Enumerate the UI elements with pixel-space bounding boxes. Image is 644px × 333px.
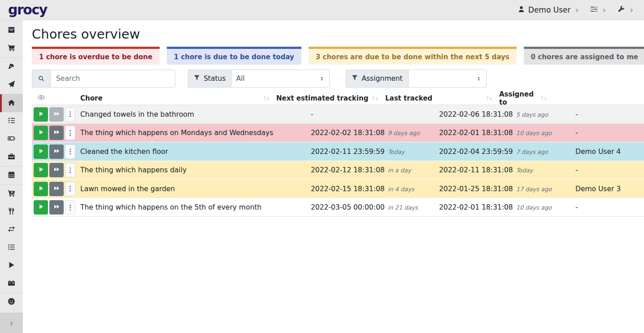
column-header-label: Next estimated tracking	[276, 94, 368, 102]
row-actions	[32, 163, 80, 177]
assigned-to-cell: -	[575, 166, 644, 174]
track-execution-button[interactable]	[34, 145, 48, 159]
fast-forward-icon	[53, 129, 60, 137]
sidebar-item-transfer[interactable]	[0, 221, 23, 239]
shopping-list-icon	[8, 44, 15, 53]
consume-icon	[8, 207, 15, 217]
track-execution-button[interactable]	[34, 182, 48, 196]
sidebar-item-chore-tracking[interactable]	[0, 257, 23, 275]
sort-icon: ↑↓	[263, 96, 269, 101]
search-icon	[32, 70, 50, 88]
column-header-label: Last tracked	[385, 94, 432, 102]
row-menu-button[interactable]	[65, 163, 75, 177]
row-actions	[32, 145, 80, 159]
sidebar-item-equipment[interactable]	[0, 148, 23, 166]
next-estimated-tracking-cell: 2022-02-15 18:31:08in 4 days	[311, 185, 439, 193]
summary-chip-overdue[interactable]: 1 chore is overdue to be done	[32, 47, 160, 65]
fast-forward-icon	[53, 203, 60, 211]
skip-execution-button[interactable]	[49, 200, 64, 215]
sidebar-item-consume[interactable]	[0, 203, 23, 221]
status-select[interactable]: All	[231, 70, 330, 88]
column-header-last-tracked[interactable]: Last tracked↑↓	[385, 90, 499, 106]
chores-table-head: Chore↑↓Next estimated tracking↑↓Last tra…	[32, 90, 644, 105]
track-execution-button[interactable]	[34, 200, 48, 215]
column-header-next-estimated-tracking[interactable]: Next estimated tracking↑↓	[276, 90, 385, 106]
search-input[interactable]	[50, 70, 175, 88]
fast-forward-icon	[53, 148, 60, 156]
skip-execution-button[interactable]	[49, 107, 64, 122]
sidebar-expand-button[interactable]: ›	[0, 313, 23, 333]
row-menu-button[interactable]	[65, 182, 75, 196]
skip-execution-button[interactable]	[49, 126, 64, 140]
row-menu-button[interactable]	[65, 126, 75, 140]
sliders-icon	[590, 5, 598, 15]
skip-execution-button[interactable]	[49, 145, 64, 159]
meal-plan-icon	[8, 80, 15, 90]
row-actions	[32, 200, 80, 215]
status-select-value: All	[236, 74, 244, 83]
sidebar-item-stock-overview[interactable]	[0, 22, 23, 39]
chore-name[interactable]: The thing which happens on Mondays and W…	[80, 129, 311, 137]
settings-menu-toggle[interactable]: ›	[590, 5, 606, 15]
sidebar-item-shopping-list[interactable]	[0, 39, 23, 57]
transfer-icon	[8, 225, 15, 235]
user-name-label: Demo User	[528, 5, 571, 14]
summary-chip-assigned-me[interactable]: 0 chores are assigned to me	[524, 47, 644, 65]
summary-chip-due-soon[interactable]: 3 chores are due to be done within the n…	[309, 47, 517, 65]
sidebar-item-battery-tracking[interactable]	[0, 275, 23, 293]
recipes-icon	[8, 62, 15, 72]
calendar-icon	[8, 171, 15, 180]
assigned-to-cell: -	[575, 129, 644, 137]
admin-menu-toggle[interactable]: ›	[618, 5, 633, 15]
sidebar-item-calendar[interactable]	[0, 166, 23, 184]
relative-time: Today	[516, 167, 533, 174]
row-menu-button[interactable]	[65, 107, 75, 122]
assigned-to-cell: -	[575, 110, 644, 118]
wrench-icon	[618, 5, 625, 15]
column-header-assigned-to[interactable]: Assigned to↑↓	[499, 90, 554, 106]
chore-tracking-icon	[8, 261, 15, 271]
sidebar-item-chores-overview[interactable]	[0, 94, 23, 112]
relative-time: 10 days ago	[516, 130, 552, 136]
column-header-label: Chore	[80, 94, 103, 102]
sidebar-item-batteries-overview[interactable]	[0, 130, 23, 148]
track-execution-button[interactable]	[34, 107, 48, 122]
track-execution-button[interactable]	[34, 126, 48, 140]
sidebar-item-recipes[interactable]	[0, 58, 23, 76]
chore-name[interactable]: Lawn mowed in the garden	[80, 185, 311, 193]
chore-name[interactable]: Cleaned the kitchen floor	[80, 148, 311, 156]
chore-table-row: Cleaned the kitchen floor2022-02-11 23:5…	[32, 142, 644, 161]
row-menu-button[interactable]	[65, 200, 75, 215]
chore-table-row: The thing which happens on Mondays and W…	[32, 124, 644, 143]
skip-execution-button[interactable]	[49, 182, 64, 196]
chore-name[interactable]: The thing which happens on the 5th of ev…	[80, 203, 311, 211]
stock-overview-icon	[8, 26, 15, 35]
row-actions	[32, 126, 80, 140]
toggle-columns-button[interactable]	[32, 94, 80, 103]
filter-icon	[352, 74, 358, 83]
sidebar-item-user-menu[interactable]	[0, 293, 23, 311]
chore-name[interactable]: The thing which happens daily	[80, 166, 311, 174]
assigned-to-cell: Demo User 3	[575, 185, 644, 193]
next-estimated-tracking-cell: 2022-02-02 18:31:089 days ago	[311, 129, 439, 137]
grocy-logo[interactable]: grocy	[8, 3, 47, 17]
track-execution-button[interactable]	[34, 163, 48, 177]
sidebar-item-inventory[interactable]	[0, 239, 23, 257]
filter-icon	[194, 74, 200, 83]
select-caret-icon	[319, 76, 325, 82]
row-menu-button[interactable]	[65, 145, 75, 159]
summary-chip-due-today[interactable]: 1 chore is due to be done today	[167, 47, 301, 65]
play-icon	[38, 166, 44, 174]
skip-execution-button[interactable]	[49, 163, 64, 177]
sort-icon: ↑↓	[486, 96, 492, 101]
sidebar-item-meal-plan[interactable]	[0, 76, 23, 94]
user-menu-toggle[interactable]: Demo User ›	[518, 5, 579, 15]
column-header-chore[interactable]: Chore↑↓	[80, 90, 276, 106]
sidebar-item-purchase[interactable]	[0, 185, 23, 203]
sidebar-item-tasks[interactable]	[0, 112, 23, 130]
assignment-select[interactable]	[408, 70, 487, 88]
select-caret-icon	[476, 76, 482, 82]
assigned-to-cell: Demo User 4	[575, 148, 644, 156]
chore-name[interactable]: Changed towels in the bathroom	[80, 110, 311, 118]
relative-time: 7 days ago	[516, 149, 548, 155]
